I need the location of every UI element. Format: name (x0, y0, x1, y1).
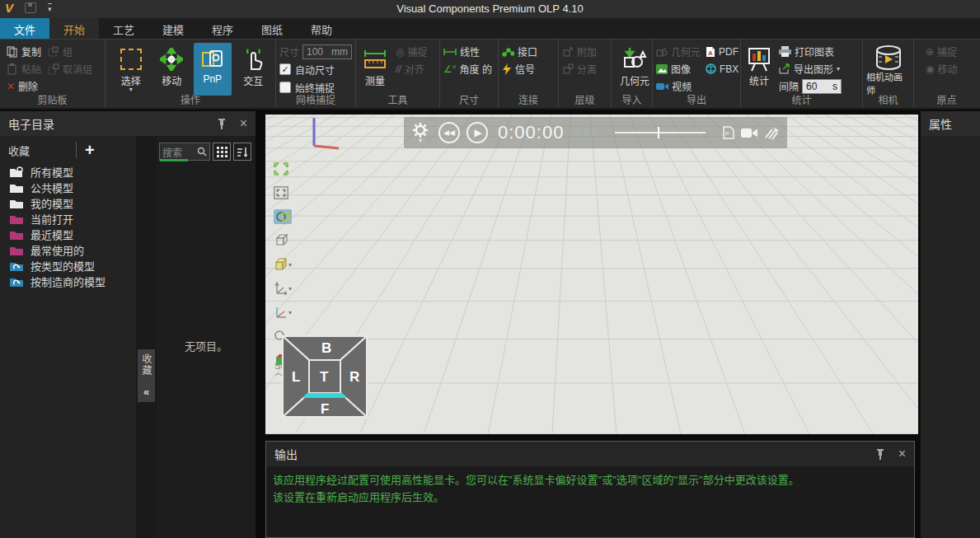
signal-button[interactable]: 信号 (502, 62, 555, 76)
folder-refresh-icon (10, 260, 24, 272)
output-header: 输出 × (266, 442, 914, 466)
video-icon (656, 82, 668, 91)
search-input[interactable]: 搜索 (159, 143, 210, 161)
export-video-button[interactable]: 视频 (656, 79, 701, 93)
ribbon-group-camera: 相机动画师 相机 (863, 40, 914, 108)
plane-view-button[interactable] (274, 209, 292, 224)
move-button[interactable]: 移动 (153, 43, 191, 96)
export-pdf-button[interactable]: A PDF (706, 44, 739, 58)
align-button[interactable]: // 对齐 (396, 62, 428, 76)
copy-icon (7, 46, 18, 58)
origin-move-icon: ◉ (926, 63, 934, 75)
print-chart-button[interactable]: 打印图表 (779, 44, 842, 58)
export-geometry-button[interactable]: 几何元 (656, 44, 701, 58)
ribbon-group-import: 几何元 导入 (612, 40, 653, 108)
origin-axes-button[interactable]: ▾ (274, 305, 292, 320)
snap-tool-button[interactable]: ◎ 捕捉 (396, 44, 428, 58)
sort-button[interactable] (233, 143, 251, 161)
collapse-chevron-icon[interactable]: « (143, 386, 149, 398)
slider-handle[interactable] (658, 127, 659, 138)
group-button[interactable]: 组 (48, 44, 92, 58)
play-button[interactable]: ▶ (467, 122, 488, 143)
record-video-icon[interactable] (741, 128, 757, 138)
interact-button[interactable]: 交互 (235, 43, 273, 96)
signal-broadcast-icon[interactable] (764, 126, 779, 139)
application-window: V ▾ Visual Components Premium OLP 4.10 文… (0, 0, 980, 538)
pin-icon[interactable] (217, 118, 227, 129)
wireframe-cube-button[interactable] (274, 233, 292, 248)
properties-header: 属性 (921, 111, 980, 136)
tab-program[interactable]: 程序 (198, 18, 247, 39)
add-favorite-button[interactable]: + (85, 143, 95, 157)
ungroup-button[interactable]: 取消组 (48, 62, 92, 76)
linear-dimension-button[interactable]: 线性 (443, 44, 495, 58)
printer-icon (779, 46, 791, 57)
copy-button[interactable]: 复制 (7, 44, 41, 58)
reset-button[interactable]: ◀◀ (438, 122, 460, 143)
favorites-collapsed-tab[interactable]: 收藏 « (138, 349, 155, 402)
fit-view-button[interactable] (274, 161, 292, 176)
search-icon (197, 147, 207, 157)
tab-process[interactable]: 工艺 (99, 18, 148, 39)
view-cube[interactable]: B T R L F (280, 334, 369, 420)
attach-button[interactable]: 附加 (562, 44, 607, 58)
ribbon-group-operation: 选择 ▾ 移动 (106, 40, 276, 108)
statistics-icon (748, 47, 771, 72)
detach-button[interactable]: 分离 (562, 62, 607, 76)
window-title: Visual Components Premium OLP 4.10 (0, 2, 980, 15)
settings-dropdown-icon[interactable]: ▾ (419, 138, 422, 143)
detach-icon (562, 63, 574, 74)
interval-input[interactable]: 60 s (802, 79, 842, 94)
svg-text:F: F (321, 401, 329, 417)
attach-icon (562, 46, 574, 57)
angular-dimension-icon: ∠° (443, 63, 457, 75)
dropdown-icon[interactable]: ▾ (288, 309, 292, 316)
origin-move-button[interactable]: ◉ 移动 (926, 62, 976, 76)
viewport-3d[interactable]: ▾ ◀◀ ▶ 0:00:00 x 1.0 P (265, 115, 918, 434)
output-log[interactable]: 该应用程序经过配置可使用高性能显卡。您可以在"系统显卡偏好设置"或"选项"区域的… (266, 466, 914, 511)
output-line: 该应用程序经过配置可使用高性能显卡。您可以在"系统显卡偏好设置"或"选项"区域的… (273, 471, 907, 489)
frame-axes-icon (274, 282, 287, 295)
ribbon-group-origin: ⊕ 捕捉 ◉ 移动 原点 (914, 40, 979, 108)
statistics-button[interactable]: 统计 (744, 43, 774, 96)
simulation-settings-gear-icon[interactable] (412, 122, 429, 138)
interface-button[interactable]: 接口 (502, 44, 555, 58)
ribbon-group-tools: 测量 ◎ 捕捉 // 对齐 工具 (356, 40, 440, 108)
speed-slider[interactable] (615, 132, 706, 133)
delete-button[interactable]: ✕ 删除 (7, 79, 41, 93)
shaded-cube-button[interactable]: ▾ (274, 257, 292, 272)
paste-button[interactable]: 粘贴 (7, 62, 41, 76)
tab-home[interactable]: 开始 (49, 18, 99, 39)
tab-drawing[interactable]: 图纸 (247, 18, 297, 39)
close-icon[interactable]: × (898, 448, 906, 460)
grid-size-input[interactable]: 100 mm (302, 44, 352, 59)
origin-snap-button[interactable]: ⊕ 捕捉 (926, 44, 976, 58)
frame-axes-button[interactable]: ▾ (274, 281, 292, 296)
tab-help[interactable]: 帮助 (297, 18, 346, 39)
export-fbx-button[interactable]: FBX (706, 62, 739, 76)
dropdown-icon[interactable]: ▾ (288, 261, 292, 269)
output-line: 该设置在重新启动应用程序后生效。 (273, 489, 907, 506)
measure-button[interactable]: 测量 (359, 43, 391, 96)
dropdown-icon[interactable]: ▾ (288, 285, 292, 292)
camera-animator-button[interactable]: 相机动画师 (866, 43, 911, 96)
close-icon[interactable]: × (240, 118, 247, 129)
export-graph-button[interactable]: 导出图形 ▾ (779, 62, 842, 76)
import-geometry-button[interactable]: 几何元 (615, 43, 654, 96)
export-image-button[interactable]: 图像 (656, 62, 701, 76)
pin-icon[interactable] (875, 448, 885, 460)
tab-file[interactable]: 文件 (0, 18, 49, 39)
export-graph-dropdown-icon[interactable]: ▾ (837, 67, 840, 72)
ribbon-group-statistics: 统计 打印图表 导出图形 ▾ (741, 40, 863, 108)
angular-dimension-button[interactable]: ∠° 角度 的 (443, 62, 495, 76)
select-button[interactable]: 选择 ▾ (112, 43, 150, 96)
tab-modeling[interactable]: 建模 (148, 18, 198, 39)
fill-view-button[interactable] (274, 185, 292, 200)
pnp-button[interactable]: PnP (194, 43, 232, 96)
grid-view-button[interactable] (213, 143, 231, 161)
auto-size-checkbox[interactable]: ✓ 自动尺寸 (279, 62, 352, 77)
svg-text:L: L (292, 369, 300, 385)
fit-view-icon (274, 162, 288, 175)
export-pdf-viewport-icon[interactable]: P (723, 126, 734, 139)
delete-icon: ✕ (7, 81, 15, 92)
